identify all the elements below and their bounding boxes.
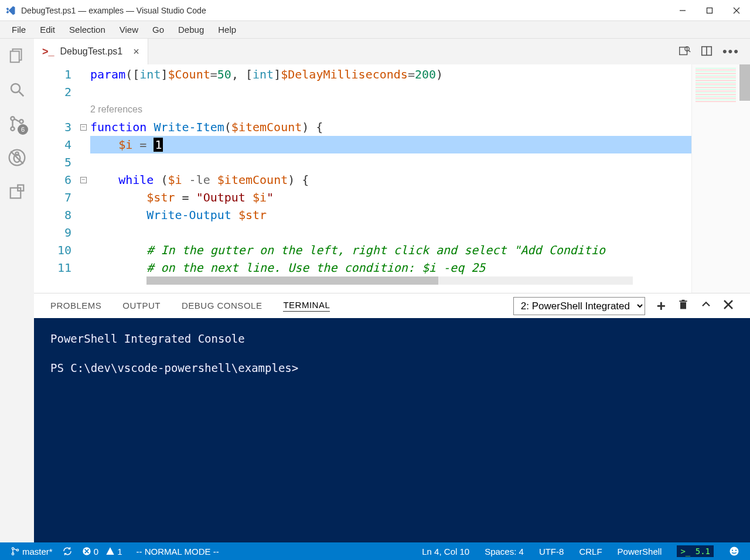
tab-close-icon[interactable]: × [133,46,139,58]
new-terminal-icon[interactable]: + [657,297,666,315]
text-cursor: 1 [154,138,163,152]
search-icon[interactable] [6,78,28,101]
menu-file[interactable]: File [5,22,33,37]
svg-point-13 [15,152,18,155]
menu-edit[interactable]: Edit [33,22,62,37]
eol[interactable]: CRLF [577,547,604,556]
svg-point-31 [732,549,733,551]
fold-toggle-icon[interactable]: − [80,124,87,131]
svg-line-19 [688,50,690,52]
menu-go[interactable]: Go [145,22,171,37]
line-gutter: 12 345 678 91011 [34,64,76,293]
panel-tab-debugconsole[interactable]: DEBUG CONSOLE [182,301,262,312]
minimap-scrollbar[interactable] [739,64,750,101]
extensions-icon[interactable] [6,180,28,203]
activity-bar: 6 [0,39,34,542]
debug-icon[interactable] [6,146,28,169]
terminal[interactable]: PowerShell Integrated Console PS C:\dev\… [34,318,750,542]
close-button[interactable] [723,0,750,21]
more-actions-icon[interactable]: ••• [722,44,739,59]
panel-tab-terminal[interactable]: TERMINAL [283,300,330,312]
menu-help[interactable]: Help [211,22,243,37]
menubar: File Edit Selection View Go Debug Help [0,21,750,39]
svg-point-8 [11,117,14,120]
svg-point-24 [12,548,13,549]
vim-mode: -- NORMAL MODE -- [134,547,221,556]
vscode-logo-icon [5,5,16,16]
tab-label: DebugTest.ps1 [60,46,123,57]
feedback-icon[interactable] [727,546,742,556]
svg-point-25 [12,553,13,555]
explorer-icon[interactable] [6,45,28,67]
fold-gutter: − − [76,64,90,293]
codelens-references[interactable]: 2 references [90,101,691,118]
statusbar: master* 0 1 -- NORMAL MODE -- Ln 4, Col … [0,542,750,560]
svg-point-6 [11,84,20,93]
fold-toggle-icon[interactable]: − [80,177,87,183]
window-title: DebugTest.ps1 — examples — Visual Studio… [21,6,206,15]
minimap[interactable] [691,64,750,293]
scm-badge: 6 [18,124,28,135]
menu-debug[interactable]: Debug [171,22,211,37]
problems-status[interactable]: 0 1 [80,547,125,556]
svg-rect-1 [707,8,712,13]
kill-terminal-icon[interactable] [677,298,689,314]
panel-tab-problems[interactable]: PROBLEMS [50,301,101,312]
svg-rect-5 [11,52,19,63]
svg-point-10 [19,119,23,123]
svg-point-32 [735,549,737,551]
powershell-file-icon: >_ [42,46,54,58]
source-control-icon[interactable]: 6 [6,112,28,135]
cursor-position[interactable]: Ln 4, Col 10 [420,547,472,556]
code-editor[interactable]: 12 345 678 91011 − − param([int]$Count=5… [34,64,750,293]
svg-line-7 [19,92,24,97]
horizontal-scrollbar[interactable] [146,276,633,285]
panel-tab-output[interactable]: OUTPUT [122,301,161,312]
locate-open-editor-icon[interactable] [678,45,691,59]
svg-point-30 [730,547,739,556]
menu-selection[interactable]: Selection [62,22,112,37]
split-editor-icon[interactable] [700,45,713,59]
window-controls [669,0,750,21]
code-text[interactable]: param([int]$Count=50, [int]$DelayMillise… [90,64,691,293]
powershell-version[interactable]: >_ 5.1 [674,545,716,557]
git-branch[interactable]: master* [8,547,55,556]
close-panel-icon[interactable] [723,299,734,313]
maximize-button[interactable] [696,0,723,21]
editor-tabs: >_ DebugTest.ps1 × ••• [34,39,750,64]
minimize-button[interactable] [669,0,696,21]
svg-rect-15 [11,188,21,199]
svg-point-26 [16,549,18,551]
titlebar: DebugTest.ps1 — examples — Visual Studio… [0,0,750,21]
sync-icon[interactable] [60,546,75,556]
indentation[interactable]: Spaces: 4 [482,547,526,556]
tab-debugtest[interactable]: >_ DebugTest.ps1 × [34,39,148,64]
encoding[interactable]: UTF-8 [537,547,567,556]
maximize-panel-icon[interactable] [701,299,711,313]
menu-view[interactable]: View [112,22,145,37]
terminal-selector[interactable]: 2: PowerShell Integrated [513,297,645,315]
terminal-prompt: PS C:\dev\vscode-powershell\examples> [50,359,734,377]
terminal-line: PowerShell Integrated Console [50,330,734,347]
bottom-panel: PROBLEMS OUTPUT DEBUG CONSOLE TERMINAL 2… [34,293,750,542]
language-mode[interactable]: PowerShell [615,547,664,556]
svg-point-9 [11,127,14,131]
